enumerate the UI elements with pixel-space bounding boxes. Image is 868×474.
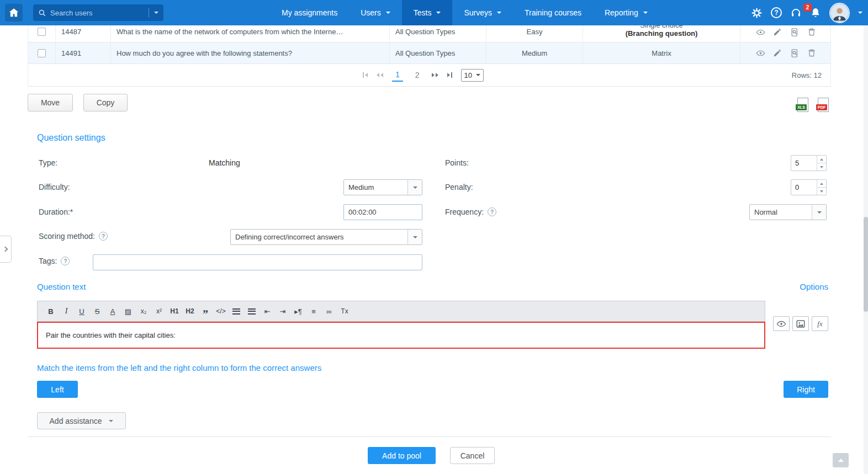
help-icon[interactable]: ? — [771, 7, 782, 18]
previous-page-button[interactable] — [377, 73, 383, 77]
paginator: 1 2 10 Rows: 12 — [28, 64, 830, 86]
right-column-button[interactable]: Right — [784, 381, 828, 398]
heading-1-icon[interactable]: H1 — [167, 304, 182, 318]
nav-item-reporting[interactable]: Reporting — [593, 0, 659, 25]
help-icon[interactable]: ? — [488, 207, 496, 216]
nav-item-users[interactable]: Users — [349, 0, 402, 25]
left-column-button[interactable]: Left — [37, 381, 78, 398]
copy-button[interactable]: Copy — [83, 94, 128, 111]
cancel-button[interactable]: Cancel — [450, 447, 495, 464]
nav-item-tests[interactable]: Tests — [402, 0, 453, 25]
notifications-bell-icon[interactable]: 2 — [810, 7, 821, 18]
indent-icon[interactable]: ⇥ — [276, 304, 290, 318]
options-link[interactable]: Options — [800, 282, 828, 291]
nav-item-my-assignments[interactable]: My assignments — [270, 0, 349, 25]
add-to-pool-button[interactable]: Add to pool — [368, 447, 436, 464]
scroll-to-top-button[interactable] — [833, 453, 849, 467]
side-panel-expander[interactable] — [0, 236, 12, 263]
preview-eye-button[interactable] — [773, 316, 790, 331]
export-pdf-icon[interactable]: PDF — [816, 98, 829, 112]
nav-item-surveys[interactable]: Surveys — [452, 0, 513, 25]
link-icon[interactable]: ∞ — [322, 304, 336, 318]
code-icon[interactable]: </> — [214, 304, 228, 318]
add-assistance-label: Add assistance — [50, 417, 102, 425]
matching-instructions-heading: Match the items from the left and the ri… — [37, 363, 321, 372]
nav-label: My assignments — [282, 8, 337, 17]
preview-eye-icon[interactable] — [756, 28, 765, 37]
chevron-down-icon — [407, 230, 422, 244]
page-number-2[interactable]: 2 — [412, 69, 423, 81]
difficulty-dropdown[interactable]: Medium — [343, 179, 422, 195]
frequency-dropdown[interactable]: Normal — [749, 204, 827, 220]
chevron-down-icon — [497, 12, 501, 14]
difficulty-cell: Medium — [486, 42, 583, 63]
scoring-method-dropdown[interactable]: Defining correct/incorrect answers — [230, 229, 422, 245]
font-color-icon[interactable]: A — [105, 304, 120, 318]
page-number-1[interactable]: 1 — [392, 68, 403, 82]
spin-up-icon[interactable] — [817, 156, 826, 163]
add-assistance-dropdown[interactable]: Add assistance — [37, 412, 126, 429]
table-row[interactable]: 14487 What is the name of the network of… — [28, 25, 830, 42]
notification-badge: 2 — [803, 3, 812, 12]
user-avatar[interactable] — [829, 3, 850, 23]
move-button[interactable]: Move — [28, 94, 73, 111]
strikethrough-icon[interactable]: S — [90, 304, 104, 318]
insert-image-button[interactable] — [792, 316, 809, 331]
page-size-select[interactable]: 10 — [461, 69, 484, 82]
spin-up-icon[interactable] — [817, 180, 826, 188]
settings-gear-icon[interactable] — [751, 7, 763, 19]
preview-document-icon[interactable] — [790, 49, 800, 58]
user-menu-caret-icon[interactable] — [858, 12, 862, 14]
outdent-icon[interactable]: ⇤ — [260, 304, 274, 318]
help-icon[interactable]: ? — [99, 232, 108, 241]
chevron-down-icon — [476, 74, 480, 76]
duration-input[interactable] — [343, 204, 422, 220]
user-search-box[interactable] — [33, 4, 163, 21]
export-xls-icon[interactable]: XLS — [796, 98, 808, 112]
bold-icon[interactable]: B — [44, 304, 58, 318]
delete-trash-icon[interactable] — [807, 49, 817, 58]
editor-side-buttons: fx — [773, 316, 828, 331]
align-icon[interactable]: ≡ — [306, 304, 321, 318]
blockquote-icon[interactable]: ” — [198, 304, 213, 318]
tags-input[interactable] — [93, 254, 422, 270]
edit-pencil-icon[interactable] — [773, 49, 782, 58]
heading-2-icon[interactable]: H2 — [183, 304, 197, 318]
first-page-button[interactable] — [363, 72, 368, 78]
spin-down-icon[interactable] — [817, 163, 826, 171]
spin-down-icon[interactable] — [817, 188, 826, 195]
highlight-icon[interactable]: ▨ — [121, 304, 135, 318]
ordered-list-icon[interactable] — [229, 304, 244, 318]
formula-fx-button[interactable]: fx — [812, 316, 828, 331]
scoring-method-label: Scoring method: ? — [39, 232, 108, 241]
clear-formatting-icon[interactable]: Tx — [337, 304, 352, 318]
preview-document-icon[interactable] — [790, 28, 800, 37]
arrow-up-icon — [838, 459, 844, 462]
text-direction-icon[interactable]: ▸¶ — [291, 304, 305, 318]
help-icon[interactable]: ? — [61, 257, 70, 265]
scrollbar-track[interactable] — [864, 25, 868, 474]
table-row[interactable]: 14491 How much do you agree with the fol… — [28, 42, 830, 64]
next-page-button[interactable] — [432, 73, 438, 77]
unordered-list-icon[interactable] — [245, 304, 259, 318]
penalty-input[interactable] — [791, 180, 817, 195]
nav-label: Users — [361, 8, 381, 17]
delete-trash-icon[interactable] — [807, 28, 817, 37]
underline-icon[interactable]: U — [75, 304, 89, 318]
preview-eye-icon[interactable] — [756, 49, 765, 58]
question-text-editor[interactable]: Pair the countries with their capital ci… — [37, 322, 765, 349]
superscript-icon[interactable]: x² — [152, 304, 166, 318]
home-button[interactable] — [5, 4, 23, 22]
last-page-button[interactable] — [447, 72, 452, 78]
nav-item-training-courses[interactable]: Training courses — [513, 0, 593, 25]
row-checkbox[interactable] — [38, 28, 46, 36]
headset-support-icon[interactable] — [790, 7, 802, 19]
subscript-icon[interactable]: x₂ — [136, 304, 151, 318]
italic-icon[interactable]: I — [59, 304, 73, 318]
search-input[interactable] — [50, 9, 146, 17]
edit-pencil-icon[interactable] — [773, 28, 782, 37]
row-checkbox[interactable] — [38, 49, 46, 57]
scrollbar-thumb[interactable] — [864, 217, 868, 312]
search-dropdown-caret-icon[interactable] — [154, 12, 158, 14]
points-input[interactable] — [791, 156, 817, 171]
